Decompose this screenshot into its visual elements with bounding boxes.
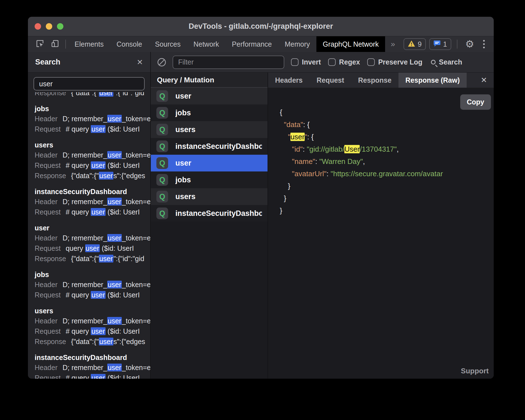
kebab-menu-icon[interactable] xyxy=(480,40,488,48)
result-group: userHeaderD; remember_user_token=eReques… xyxy=(35,223,150,264)
more-tabs-button[interactable]: » xyxy=(385,36,401,52)
result-text: # query xyxy=(66,208,91,216)
toolbar-right-divider xyxy=(457,40,457,49)
result-row-label: Request xyxy=(35,124,61,134)
json-token: "data" xyxy=(284,120,303,129)
filter-option-regex[interactable]: Regex xyxy=(328,58,360,66)
query-type-icon: Q xyxy=(156,207,168,219)
search-result-row[interactable]: HeaderD; remember_user_token=e xyxy=(35,316,150,326)
tab-elements[interactable]: Elements xyxy=(68,36,110,52)
support-link[interactable]: Support xyxy=(461,367,489,375)
result-row-content: # query user ($id: UserI xyxy=(66,290,140,300)
result-row-label: Response xyxy=(35,92,66,98)
json-token: "gid://gitlab/ xyxy=(307,145,345,153)
search-result-row[interactable]: Request# query user ($id: UserI xyxy=(35,124,150,134)
search-result-row[interactable]: HeaderD; remember_user_token=e xyxy=(35,362,150,373)
result-row-content: {"data":{"user":{"id":"gid xyxy=(71,92,144,98)
query-type-icon: Q xyxy=(156,124,168,135)
devtools-tabs: ElementsConsoleSourcesNetworkPerformance… xyxy=(68,36,385,52)
query-list-item-jobs[interactable]: Qjobs xyxy=(151,104,268,121)
json-token: , xyxy=(397,145,399,153)
inspect-element-icon[interactable] xyxy=(36,39,44,49)
search-result-row[interactable]: Request# query user ($id: UserI xyxy=(35,373,150,379)
device-toolbar-icon[interactable] xyxy=(51,39,59,49)
search-result-row[interactable]: Request# query user ($id: UserI xyxy=(35,326,150,337)
copy-button[interactable]: Copy xyxy=(460,94,491,110)
search-result-row[interactable]: Response{"data":{"user":{"id":"gid xyxy=(35,254,150,264)
query-list-item-user[interactable]: Quser xyxy=(151,88,268,104)
search-input[interactable] xyxy=(34,77,145,90)
search-result-row[interactable]: Response{"data":{"user":{"id":"gid xyxy=(35,92,150,98)
json-token xyxy=(280,170,292,178)
toolbar-divider xyxy=(65,40,66,49)
json-token: } xyxy=(280,206,282,215)
filter-input[interactable] xyxy=(173,56,284,69)
query-list-item-jobs[interactable]: Qjobs xyxy=(151,171,268,188)
json-token: " xyxy=(305,133,307,141)
filter-option-invert[interactable]: Invert xyxy=(291,58,321,66)
result-text: ($id: UserI xyxy=(106,374,140,379)
tab-performance[interactable]: Performance xyxy=(225,36,278,52)
search-result-row[interactable]: Request# query user ($id: UserI xyxy=(35,207,150,217)
filter-option-preserve-log[interactable]: Preserve Log xyxy=(367,58,422,66)
result-row-label: Response xyxy=(35,337,66,347)
query-list-item-instancesecuritydashboard[interactable]: QinstanceSecurityDashboard xyxy=(151,138,268,155)
result-text: # query xyxy=(66,327,91,335)
search-result-row[interactable]: Requestquery user ($id: UserI xyxy=(35,243,150,254)
close-detail-icon[interactable]: ✕ xyxy=(474,73,494,88)
close-search-panel-icon[interactable]: ✕ xyxy=(137,58,143,67)
result-row-content: query user ($id: UserI xyxy=(66,243,134,254)
search-match-highlight: user xyxy=(99,92,114,97)
detail-tab-headers[interactable]: Headers xyxy=(268,73,310,88)
tab-sources[interactable]: Sources xyxy=(149,36,187,52)
query-mutation-header: Query / Mutation xyxy=(151,73,268,88)
message-count: 1 xyxy=(443,40,447,48)
network-search[interactable]: Search xyxy=(431,58,462,66)
json-token: } xyxy=(280,194,286,202)
search-result-row[interactable]: HeaderD; remember_user_token=e xyxy=(35,280,150,290)
messages-badge[interactable]: 1 xyxy=(429,38,451,50)
result-text: # query xyxy=(66,374,91,379)
tab-network[interactable]: Network xyxy=(187,36,226,52)
warnings-badge[interactable]: 9 xyxy=(404,38,426,50)
settings-gear-icon[interactable]: ⚙ xyxy=(463,39,476,49)
detail-tab-response[interactable]: Response xyxy=(351,73,398,88)
clear-filter-icon[interactable] xyxy=(157,58,166,66)
query-list-item-users[interactable]: Qusers xyxy=(151,188,268,205)
detail-tabs: HeadersRequestResponseResponse (Raw) ✕ xyxy=(268,73,494,88)
query-list-item-instancesecuritydashboard[interactable]: QinstanceSecurityDashboard xyxy=(151,205,268,222)
search-result-row[interactable]: Response{"data":{"users":{"edges xyxy=(35,171,150,181)
response-raw-body: { "data": { "user": { "id": "gid://gitla… xyxy=(268,88,494,379)
json-token: { xyxy=(307,120,310,129)
result-group-title: jobs xyxy=(35,104,150,114)
json-token: "name" xyxy=(292,157,315,166)
tab-memory[interactable]: Memory xyxy=(278,36,316,52)
result-text: # query xyxy=(66,291,91,299)
search-match-highlight: user xyxy=(107,364,122,371)
query-list-item-label: jobs xyxy=(175,109,191,117)
result-row-content: # query user ($id: UserI xyxy=(66,207,140,217)
result-text: ":{"id":"gid xyxy=(113,255,144,262)
search-result-row[interactable]: Request# query user ($id: UserI xyxy=(35,160,150,171)
tab-graphql-network[interactable]: GraphQL Network xyxy=(316,36,385,52)
search-result-row[interactable]: HeaderD; remember_user_token=e xyxy=(35,233,150,243)
query-list-item-label: jobs xyxy=(175,176,191,184)
json-line: } xyxy=(280,192,494,204)
detail-tab-response-raw[interactable]: Response (Raw) xyxy=(398,73,467,88)
json-token: : xyxy=(307,133,311,141)
invert-checkbox[interactable] xyxy=(291,58,299,66)
tab-console[interactable]: Console xyxy=(110,36,149,52)
query-list-item-users[interactable]: Qusers xyxy=(151,121,268,138)
detail-tab-request[interactable]: Request xyxy=(310,73,351,88)
preserve-log-checkbox[interactable] xyxy=(367,58,375,66)
search-results-panel: Response{"data":{"user":{"id":"gidjobsHe… xyxy=(28,73,151,379)
result-row-label: Request xyxy=(35,290,61,300)
search-result-row[interactable]: Response{"data":{"users":{"edges xyxy=(35,337,150,347)
result-text: {"data":{" xyxy=(71,172,99,180)
search-result-row[interactable]: HeaderD; remember_user_token=e xyxy=(35,150,150,160)
search-result-row[interactable]: HeaderD; remember_user_token=e xyxy=(35,114,150,124)
search-result-row[interactable]: Request# query user ($id: UserI xyxy=(35,290,150,300)
query-list-item-user[interactable]: Quser xyxy=(151,155,268,171)
regex-checkbox[interactable] xyxy=(328,58,336,66)
search-result-row[interactable]: HeaderD; remember_user_token=e xyxy=(35,197,150,207)
